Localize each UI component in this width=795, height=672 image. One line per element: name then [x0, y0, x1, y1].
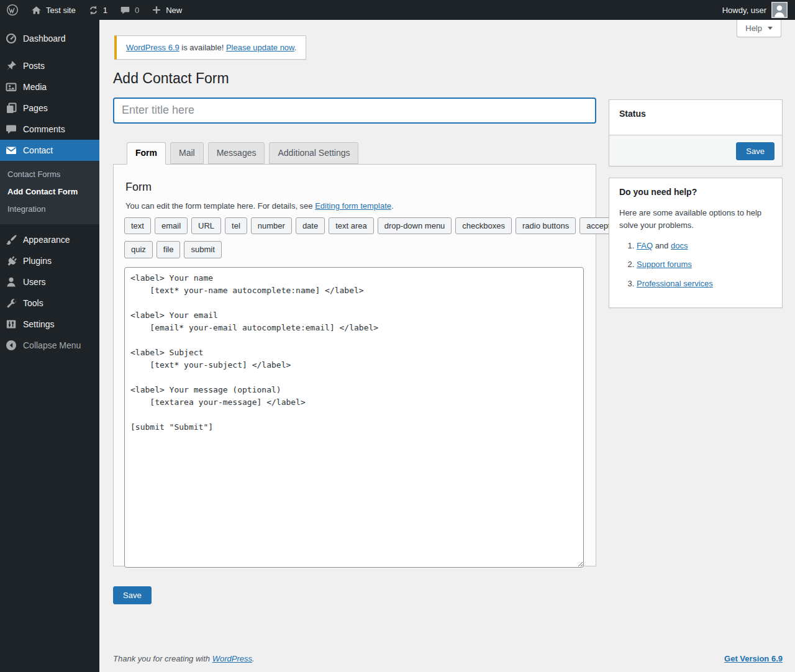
notice-text: is available! — [179, 43, 226, 52]
sidebar-item-label: Media — [23, 82, 47, 92]
submenu-item-contact-forms[interactable]: Contact Forms — [0, 166, 99, 183]
sidebar-item-posts[interactable]: Posts — [0, 55, 99, 76]
new-label: New — [166, 6, 182, 15]
sidebar-item-label: Appearance — [23, 235, 70, 245]
site-name-link[interactable]: Test site — [25, 0, 82, 20]
help-dropdown-button[interactable]: Help — [737, 20, 781, 37]
tag-button-date[interactable]: date — [296, 217, 325, 235]
sidebar-item-label: Plugins — [23, 256, 52, 266]
submenu-item-add-contact-form[interactable]: Add Contact Form — [0, 183, 99, 201]
contact-submenu: Contact Forms Add Contact Form Integrati… — [0, 161, 99, 224]
media-icon — [5, 81, 17, 93]
sidebar-item-dashboard[interactable]: Dashboard — [0, 28, 99, 49]
wordpress-version-link[interactable]: WordPress 6.9 — [126, 43, 179, 52]
caret-down-icon — [768, 27, 773, 30]
tag-button-email[interactable]: email — [155, 217, 188, 235]
faq-link[interactable]: FAQ — [637, 241, 653, 250]
new-content-link[interactable]: New — [145, 0, 188, 20]
form-title-input[interactable] — [113, 98, 596, 124]
sidebar-item-pages[interactable]: Pages — [0, 98, 99, 119]
sidebar-item-settings[interactable]: Settings — [0, 314, 99, 335]
avatar — [771, 2, 788, 18]
sidebar-item-label: Posts — [23, 61, 45, 71]
submenu-item-integration[interactable]: Integration — [0, 201, 99, 218]
sidebar-item-users[interactable]: Users — [0, 271, 99, 293]
notice-period: . — [294, 43, 297, 52]
tab-form[interactable]: Form — [127, 142, 166, 165]
footer-version: Get Version 6.9 — [724, 654, 783, 663]
admin-bar: Test site 1 0 New Howdy, user — [0, 0, 795, 20]
form-template-textarea[interactable]: <label> Your name [text* your-name autoc… — [124, 267, 584, 568]
tag-button-file[interactable]: file — [157, 241, 181, 258]
tag-button-number[interactable]: number — [251, 217, 292, 235]
need-help-box: Do you need help? Here are some availabl… — [609, 178, 783, 308]
comment-bubble-icon — [120, 5, 130, 16]
mail-icon — [5, 144, 17, 157]
dashboard-icon — [5, 32, 17, 45]
list-item: Support forums — [637, 258, 772, 271]
desc-text: You can edit the form template here. For… — [125, 201, 315, 211]
comments-icon — [5, 123, 17, 135]
footer-thanks: Thank you for creating with WordPress. — [113, 654, 255, 663]
tag-button-quiz[interactable]: quiz — [124, 241, 153, 258]
my-account-link[interactable]: Howdy, user — [715, 0, 795, 20]
sidebar-item-contact[interactable]: Contact — [0, 140, 99, 161]
need-help-title: Do you need help? — [609, 178, 782, 206]
settings-sliders-icon — [5, 318, 17, 330]
tag-button-text[interactable]: text — [124, 217, 151, 235]
sidebar-item-comments[interactable]: Comments — [0, 119, 99, 140]
professional-services-link[interactable]: Professional services — [637, 279, 713, 288]
sidebar-item-label: Tools — [23, 298, 43, 308]
tag-button-checkboxes[interactable]: checkboxes — [455, 217, 512, 235]
sidebar-item-tools[interactable]: Tools — [0, 293, 99, 314]
collapse-arrow-icon — [5, 339, 17, 352]
sidebar-column: Status Save Do you need help? Here are s… — [609, 99, 783, 308]
get-version-link[interactable]: Get Version 6.9 — [724, 654, 783, 663]
howdy-label: Howdy, user — [722, 6, 766, 15]
tag-button-url[interactable]: URL — [191, 217, 221, 235]
form-editor-panel: Form You can edit the form template here… — [113, 164, 596, 566]
update-count: 1 — [103, 6, 107, 15]
tag-button-submit[interactable]: submit — [184, 241, 221, 258]
tab-mail[interactable]: Mail — [170, 142, 204, 164]
docs-link[interactable]: docs — [671, 241, 688, 250]
sidebar-item-appearance[interactable]: Appearance — [0, 229, 99, 250]
editing-form-template-link[interactable]: Editing form template — [315, 201, 391, 211]
tag-button-drop-down-menu[interactable]: drop-down menu — [378, 217, 452, 235]
collapse-menu-button[interactable]: Collapse Menu — [0, 335, 99, 356]
tab-additional-settings[interactable]: Additional Settings — [269, 142, 358, 164]
tag-button-radio-buttons[interactable]: radio buttons — [516, 217, 576, 235]
tag-generator-row-2: quiz file submit — [124, 241, 585, 258]
comments-link[interactable]: 0 — [114, 0, 145, 20]
admin-footer: Thank you for creating with WordPress. G… — [113, 654, 783, 663]
site-name-label: Test site — [46, 6, 76, 15]
list-item: FAQ and docs — [637, 240, 772, 252]
wordpress-logo-icon — [6, 4, 19, 16]
updates-link[interactable]: 1 — [82, 0, 114, 20]
update-notice: WordPress 6.9 is available! Please updat… — [114, 35, 306, 60]
sidebar-item-label: Settings — [23, 319, 55, 329]
brush-icon — [5, 234, 17, 246]
footer-thanks-text: Thank you for creating with — [113, 654, 212, 663]
plus-icon — [152, 5, 161, 15]
need-help-list: FAQ and docs Support forums Professional… — [619, 240, 772, 289]
sidebar-item-media[interactable]: Media — [0, 76, 99, 98]
sidebar-item-label: Comments — [23, 124, 65, 134]
footer-thanks-period: . — [252, 654, 255, 663]
need-help-intro: Here are some available options to help … — [619, 207, 772, 232]
sidebar-item-label: Dashboard — [23, 34, 66, 43]
sidebar-item-plugins[interactable]: Plugins — [0, 250, 99, 271]
need-help-body: Here are some available options to help … — [609, 206, 782, 290]
panel-description: You can edit the form template here. For… — [125, 201, 585, 211]
wordpress-link[interactable]: WordPress — [212, 654, 252, 663]
tag-button-tel[interactable]: tel — [225, 217, 247, 235]
wp-logo-menu[interactable] — [0, 0, 25, 20]
update-now-link[interactable]: Please update now — [226, 43, 294, 52]
list-item: Professional services — [637, 278, 772, 290]
save-button[interactable]: Save — [113, 586, 152, 604]
tag-button-text-area[interactable]: text area — [329, 217, 374, 235]
sidebar-item-label: Contact — [23, 145, 53, 155]
support-forums-link[interactable]: Support forums — [637, 260, 692, 269]
pages-icon — [5, 102, 17, 114]
tab-messages[interactable]: Messages — [208, 142, 265, 164]
